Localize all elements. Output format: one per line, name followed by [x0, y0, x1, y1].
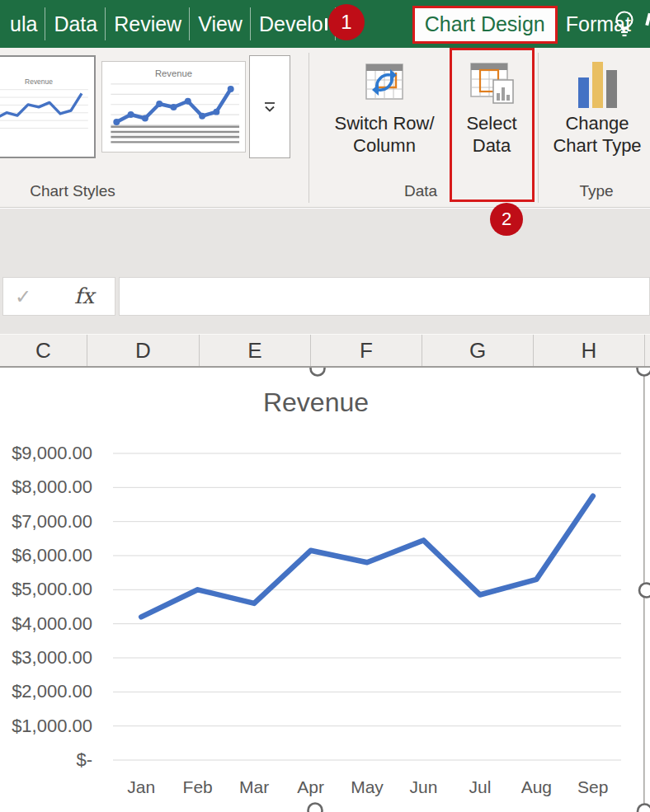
thumbnail-title: Revenue	[155, 68, 192, 78]
change-chart-type-icon	[543, 53, 650, 112]
x-axis-tick-label: Jul	[469, 777, 491, 796]
icon-bar-blue	[578, 77, 589, 108]
lightbulb-glyph	[612, 8, 637, 41]
gallery-more-icon	[261, 99, 278, 115]
icon-bar-tan	[592, 62, 603, 108]
switch-row-column-icon	[323, 53, 445, 112]
style-1-preview: Revenue	[0, 59, 92, 155]
tab-label: View	[198, 12, 243, 36]
tab-label: Develo	[259, 12, 323, 36]
column-header-d[interactable]: D	[87, 335, 199, 366]
y-axis-tick-label: $8,000.00	[12, 476, 92, 497]
tab-label: Data	[54, 12, 97, 36]
icon-bar-gray	[606, 70, 617, 108]
style-2-preview: Revenue	[102, 62, 245, 152]
tab-label: Review	[114, 12, 181, 36]
step-2-highlight-box	[450, 48, 535, 202]
switch-row-column-label-2: Column	[323, 134, 445, 157]
chart-styles-more-button[interactable]	[249, 55, 290, 158]
tab-develo[interactable]: Develo	[251, 0, 336, 48]
formula-bar-input[interactable]	[119, 277, 650, 316]
revenue-line-chart: $9,000.00$8,000.00$7,000.00$6,000.00$5,0…	[0, 368, 650, 812]
x-axis-tick-label: May	[351, 777, 384, 796]
type-group-label: Type	[551, 182, 642, 200]
ribbon-tabs: ulaDataReviewViewDeveloHChart DesignForm…	[0, 0, 650, 48]
change-chart-type-button[interactable]: Change Chart Type	[543, 53, 650, 157]
ribbon-content: Revenue Revenue	[0, 48, 650, 208]
thumbnail-title: Revenue	[25, 77, 53, 86]
selection-handle[interactable]	[311, 368, 325, 376]
formula-bar-band: ✓ fx	[0, 209, 650, 334]
y-axis-tick-label: $1,000.00	[12, 716, 92, 736]
step-2-badge: 2	[490, 203, 523, 236]
tab-ula[interactable]: ula	[2, 0, 45, 48]
ribbon-tab-bar: ulaDataReviewViewDeveloHChart DesignForm…	[0, 0, 650, 48]
group-divider	[538, 53, 539, 203]
column-header-h[interactable]: H	[533, 335, 644, 366]
tab-data[interactable]: Data	[45, 0, 106, 48]
column-header-partial	[644, 335, 650, 366]
x-axis-tick-label: Sep	[577, 777, 608, 796]
column-header-c[interactable]: C	[0, 335, 87, 366]
column-header-e[interactable]: E	[199, 335, 310, 366]
x-axis-tick-label: Jan	[127, 777, 155, 796]
y-axis-tick-label: $5,000.00	[12, 579, 92, 599]
tell-me-lightbulb-icon[interactable]	[612, 8, 637, 41]
revenue-line-series[interactable]	[141, 496, 593, 617]
chart-style-thumbnail-2[interactable]: Revenue	[101, 61, 246, 153]
column-header-f[interactable]: F	[310, 335, 422, 366]
selection-handle[interactable]	[639, 584, 650, 598]
tab-label: Chart Design	[425, 12, 545, 36]
x-axis-tick-label: Apr	[297, 777, 324, 796]
switch-row-column-label-1: Switch Row/	[323, 112, 445, 134]
chart-styles-group-label: Chart Styles	[0, 182, 145, 200]
step-1-badge: 1	[328, 4, 365, 40]
x-axis-tick-label: Jun	[410, 777, 438, 796]
enter-check-icon[interactable]: ✓	[15, 285, 31, 308]
y-axis-tick-label: $9,000.00	[12, 443, 92, 463]
y-axis-tick-label: $6,000.00	[12, 545, 92, 566]
insert-function-icon[interactable]: fx	[74, 284, 94, 308]
y-axis-tick-label: $-	[76, 749, 92, 770]
y-axis-tick-label: $3,000.00	[12, 647, 92, 668]
group-divider	[309, 53, 309, 203]
tab-label: ula	[10, 12, 37, 36]
change-chart-type-label-2: Chart Type	[543, 134, 650, 157]
selection-handle[interactable]	[309, 804, 323, 812]
excel-window: ulaDataReviewViewDeveloHChart DesignForm…	[0, 0, 650, 812]
y-axis-tick-label: $2,000.00	[12, 681, 92, 702]
selection-handle[interactable]	[638, 368, 650, 376]
tab-view[interactable]: View	[190, 0, 251, 48]
y-axis-tick-label: $7,000.00	[12, 511, 92, 532]
formula-bar-controls: ✓ fx	[2, 277, 115, 316]
x-axis-tick-label: Aug	[521, 777, 552, 796]
chart-object[interactable]: Revenue $9,000.00$8,000.00$7,000.00$6,00…	[0, 368, 650, 812]
x-axis-tick-label: Mar	[239, 777, 269, 796]
x-axis-tick-label: Feb	[183, 777, 213, 796]
y-axis-tick-label: $4,000.00	[12, 613, 92, 634]
tab-review[interactable]: Review	[106, 0, 190, 48]
selection-handle[interactable]	[638, 805, 650, 812]
chart-style-thumbnail-selected[interactable]: Revenue	[0, 55, 96, 158]
tab-chart-design[interactable]: Chart Design	[412, 6, 558, 44]
column-header-g[interactable]: G	[422, 335, 533, 366]
change-chart-type-label-1: Change	[543, 112, 650, 134]
column-header-row: CDEFGH	[0, 334, 650, 368]
clipped-letter	[325, 18, 327, 31]
switch-row-column-button[interactable]: Switch Row/ Column	[323, 53, 445, 157]
